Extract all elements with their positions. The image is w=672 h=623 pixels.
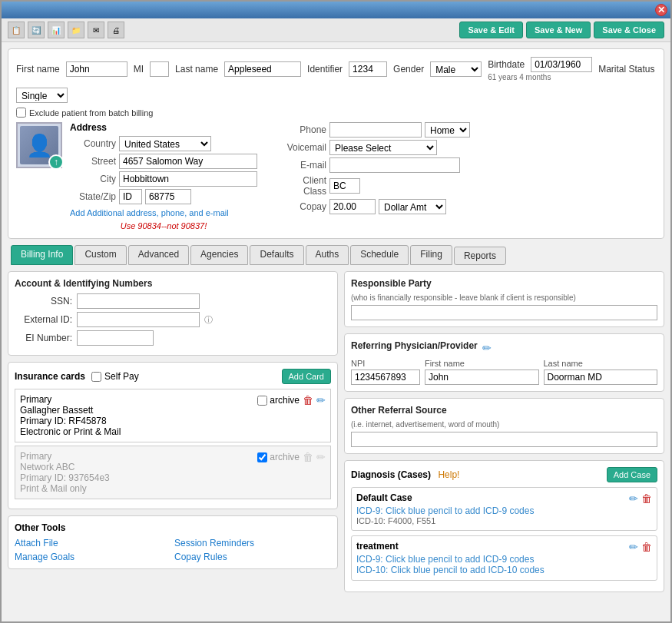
phone-type-select[interactable]: HomeCellWork xyxy=(425,122,470,138)
case-actions-2: ✏ 🗑 xyxy=(629,541,652,553)
email-label: E-mail xyxy=(280,160,326,171)
edit-icon-1[interactable]: ✏ xyxy=(316,394,326,406)
tab-schedule[interactable]: Schedule xyxy=(350,245,409,265)
email-row: E-mail xyxy=(280,157,470,173)
responsible-party-input[interactable] xyxy=(351,305,657,320)
content-area: First name MI Last name Identifier Gende… xyxy=(2,42,670,621)
save-close-button[interactable]: Save & Close xyxy=(594,22,664,38)
delete-icon-2[interactable]: 🗑 xyxy=(303,451,313,463)
tab-billing-info[interactable]: Billing Info xyxy=(11,245,73,265)
case-delete-icon-1[interactable]: 🗑 xyxy=(641,492,652,505)
manage-goals-link[interactable]: Manage Goals xyxy=(15,552,171,562)
birthdate-input[interactable] xyxy=(531,57,592,72)
icon-chart[interactable]: 📊 xyxy=(48,22,65,38)
add-address-link[interactable]: Add Additional address, phone, and e-mai… xyxy=(70,208,229,217)
exclude-row: Exclude patient from batch billing xyxy=(16,108,656,118)
icon-print[interactable]: 🖨 xyxy=(108,22,124,38)
insurance-actions-1: archive 🗑 ✏ xyxy=(257,394,326,406)
tab-advanced[interactable]: Advanced xyxy=(128,245,189,265)
external-id-row: External ID: ⓘ xyxy=(15,312,331,327)
avatar-upload-button[interactable]: ↑ xyxy=(48,154,64,170)
archive-checkbox-1[interactable] xyxy=(257,396,267,406)
delete-icon-1[interactable]: 🗑 xyxy=(303,394,313,406)
copay-label: Copay xyxy=(280,201,326,212)
attach-file-link[interactable]: Attach File xyxy=(15,538,171,548)
insurance-header: Insurance cards Self Pay Add Card xyxy=(15,369,331,384)
city-label: City xyxy=(70,174,116,184)
phone-row: Phone HomeCellWork xyxy=(280,122,470,138)
case-icd9-link-1[interactable]: ICD-9: Click blue pencil to add ICD-9 co… xyxy=(356,505,534,516)
self-pay-checkbox[interactable] xyxy=(91,372,101,382)
archive-label-2: archive xyxy=(270,452,300,462)
patient-form: First name MI Last name Identifier Gende… xyxy=(8,48,664,239)
identifier-input[interactable] xyxy=(349,61,387,77)
info-icon[interactable]: ⓘ xyxy=(204,314,213,326)
street-row: Street xyxy=(70,154,257,169)
edit-icon-2[interactable]: ✏ xyxy=(316,451,326,463)
archive-row-1: archive xyxy=(257,395,300,406)
case-icd10-link-2[interactable]: ICD-10: Click blue pencil to add ICD-10 … xyxy=(356,565,545,575)
case-edit-icon-2[interactable]: ✏ xyxy=(629,541,638,553)
card-delivery-2: Print & Mail only xyxy=(20,483,110,494)
icon-folder[interactable]: 📁 xyxy=(68,22,84,38)
age-display: 61 years 4 months xyxy=(488,73,592,81)
tab-auths[interactable]: Auths xyxy=(306,245,349,265)
tab-filing[interactable]: Filing xyxy=(410,245,452,265)
phone-input[interactable] xyxy=(329,122,422,138)
copay-type-select[interactable]: Dollar AmtPercentage xyxy=(379,199,446,214)
icon-refresh[interactable]: 🔄 xyxy=(28,22,45,38)
archive-checkbox-2[interactable] xyxy=(257,452,267,462)
card-delivery-1: Electronic or Print & Mail xyxy=(20,426,121,437)
zip-input[interactable] xyxy=(145,189,191,204)
tab-defaults[interactable]: Defaults xyxy=(250,245,303,265)
save-new-button[interactable]: Save & New xyxy=(526,22,591,38)
mi-input[interactable] xyxy=(150,61,169,77)
npi-col: NPI xyxy=(351,359,420,385)
tab-custom[interactable]: Custom xyxy=(74,245,126,265)
client-class-input[interactable] xyxy=(329,178,360,194)
last-name-input[interactable] xyxy=(224,61,301,77)
card-name-1: Gallagher Bassett xyxy=(20,405,121,416)
phone-label: Phone xyxy=(280,124,326,135)
email-input[interactable] xyxy=(329,157,460,173)
other-referral-subtitle: (i.e. internet, advertisement, word of m… xyxy=(351,420,657,429)
ei-number-input[interactable] xyxy=(77,330,154,346)
icon-clipboard[interactable]: 📋 xyxy=(8,22,25,38)
referring-grid: NPI First name Last name xyxy=(351,359,657,385)
exclude-checkbox[interactable] xyxy=(16,108,26,118)
close-button[interactable]: ✕ xyxy=(655,4,667,16)
session-reminders-link[interactable]: Session Reminders xyxy=(174,538,331,548)
ei-number-label: EI Number: xyxy=(15,333,72,343)
help-link[interactable]: Help! xyxy=(438,469,459,480)
icon-mail[interactable]: ✉ xyxy=(88,22,104,38)
country-select[interactable]: United States xyxy=(119,136,211,151)
copay-input[interactable] xyxy=(329,199,376,214)
other-tools-title: Other Tools xyxy=(15,522,331,533)
case-edit-icon-1[interactable]: ✏ xyxy=(629,492,638,505)
copay-rules-link[interactable]: Copay Rules xyxy=(174,552,331,562)
case-delete-icon-2[interactable]: 🗑 xyxy=(641,541,652,553)
tab-reports[interactable]: Reports xyxy=(454,247,506,265)
other-tools-panel: Other Tools Attach File Session Reminder… xyxy=(8,515,338,569)
save-edit-button[interactable]: Save & Edit xyxy=(459,22,523,38)
marital-select[interactable]: SingleMarried xyxy=(16,88,68,103)
add-case-button[interactable]: Add Case xyxy=(607,467,657,482)
voicemail-select[interactable]: Please Select xyxy=(329,140,437,155)
city-input[interactable] xyxy=(119,171,257,187)
other-referral-input[interactable] xyxy=(351,432,657,447)
copay-row: Copay Dollar AmtPercentage xyxy=(280,199,470,214)
referring-last-input[interactable] xyxy=(544,369,658,385)
first-name-input[interactable] xyxy=(66,61,127,77)
add-card-button[interactable]: Add Card xyxy=(282,369,331,384)
case-icd9-link-2[interactable]: ICD-9: Click blue pencil to add ICD-9 co… xyxy=(356,554,534,565)
tab-agencies[interactable]: Agencies xyxy=(190,245,248,265)
referring-first-input[interactable] xyxy=(425,369,539,385)
external-id-input[interactable] xyxy=(77,312,200,327)
npi-input[interactable] xyxy=(351,369,420,385)
state-input[interactable] xyxy=(119,189,142,204)
referring-edit-icon[interactable]: ✏ xyxy=(482,342,492,354)
gender-select[interactable]: MaleFemale xyxy=(430,61,482,77)
street-input[interactable] xyxy=(119,154,257,169)
patient-body: 👤 ↑ Address Country United States xyxy=(16,122,656,230)
ssn-input[interactable] xyxy=(77,293,200,309)
